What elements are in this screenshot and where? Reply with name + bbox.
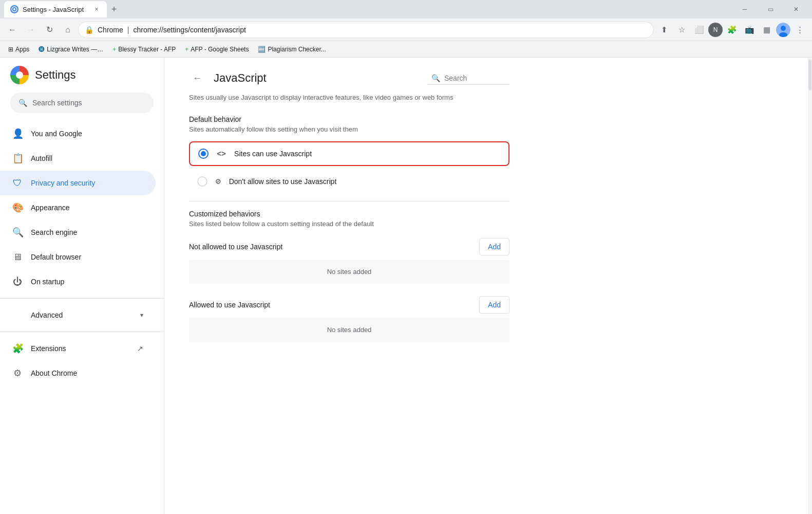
sidebar: Settings 🔍 👤 You and Google 📋 Autofill 🛡… <box>0 58 164 514</box>
bookmark-plagiarism[interactable]: 🔤 Plagiarism Checker... <box>254 43 330 56</box>
you-google-icon: 👤 <box>12 128 23 139</box>
content-search-bar[interactable]: 🔍 <box>427 72 509 85</box>
forward-button[interactable]: → <box>23 22 39 38</box>
sidebar-item-search-engine[interactable]: 🔍 Search engine <box>0 220 156 245</box>
sidebar-search[interactable]: 🔍 <box>10 93 154 113</box>
new-tab-button[interactable]: + <box>107 2 121 16</box>
extensions-btn[interactable]: 🧩 <box>724 22 740 38</box>
minimize-button[interactable]: ─ <box>733 1 757 17</box>
svg-point-3 <box>781 26 786 31</box>
not-allowed-empty: No sites added <box>189 260 509 284</box>
page-description: Sites usually use Javascript to display … <box>189 93 509 103</box>
afp-icon: + <box>185 46 188 53</box>
allowed-empty: No sites added <box>189 318 509 342</box>
profile-btn[interactable] <box>776 23 790 37</box>
bookmark-plagiarism-label: Plagiarism Checker... <box>268 46 326 53</box>
sidebar-item-privacy[interactable]: 🛡 Privacy and security <box>0 171 156 195</box>
bookmark-lizgrace[interactable]: 🅦 Lizgrace Writes —… <box>34 43 107 56</box>
allow-js-label: Sites can use Javascript <box>234 150 312 158</box>
sidebar-item-on-startup[interactable]: ⏻ On startup <box>0 269 156 294</box>
title-bar: Settings - JavaScript × + ─ ▭ ✕ <box>0 0 812 19</box>
sidebar-divider-2 <box>0 332 164 332</box>
not-allowed-add-button[interactable]: Add <box>479 238 509 255</box>
on-startup-icon: ⏻ <box>12 277 23 287</box>
sidebar-item-extensions[interactable]: 🧩 Extensions ↗ <box>0 336 156 361</box>
sidebar-label-about: About Chrome <box>31 369 143 377</box>
sidebar-item-advanced[interactable]: Advanced ▾ <box>0 303 156 327</box>
sidebar-btn[interactable]: ▦ <box>759 22 775 38</box>
search-engine-icon: 🔍 <box>12 227 23 238</box>
home-button[interactable]: ⌂ <box>60 22 76 38</box>
tab-bar: Settings - JavaScript × + <box>4 0 729 19</box>
account-btn[interactable]: N <box>708 23 723 37</box>
not-allowed-section: Not allowed to use Javascript Add No sit… <box>189 238 509 284</box>
settings-header: Settings <box>0 66 164 93</box>
url-text: chrome://settings/content/javascript <box>133 26 246 34</box>
scrollbar[interactable] <box>808 58 812 514</box>
customized-subtitle: Sites listed below follow a custom setti… <box>189 220 509 228</box>
content-search-input[interactable] <box>444 72 505 84</box>
search-input[interactable] <box>32 99 145 107</box>
sidebar-item-about[interactable]: ⚙ About Chrome <box>0 361 156 386</box>
bookmark-blessy-label: Blessy Tracker - AFP <box>118 46 176 53</box>
tab-favicon <box>10 5 18 13</box>
tab-close-btn[interactable]: × <box>92 5 101 13</box>
bookmark-afp-sheets[interactable]: + AFP - Google Sheets <box>181 43 253 56</box>
sidebar-label-default-browser: Default browser <box>31 253 143 261</box>
default-behavior-title: Default behavior <box>189 115 509 123</box>
allowed-add-button[interactable]: Add <box>479 296 509 314</box>
privacy-icon: 🛡 <box>12 178 23 189</box>
reload-button[interactable]: ↻ <box>41 22 58 38</box>
block-javascript-option[interactable]: ⊘ Don't allow sites to use Javascript <box>189 170 509 193</box>
search-icon: 🔍 <box>18 99 27 107</box>
sidebar-label-privacy: Privacy and security <box>31 179 143 187</box>
wp-icon: 🅦 <box>39 46 45 53</box>
sidebar-item-appearance[interactable]: 🎨 Appearance <box>0 195 156 220</box>
section-divider <box>189 201 509 201</box>
bookmark-button[interactable]: ☆ <box>673 22 690 38</box>
sidebar-item-you-google[interactable]: 👤 You and Google <box>0 121 156 146</box>
share-button[interactable]: ⬆ <box>656 22 672 38</box>
default-browser-icon: 🖥 <box>12 252 23 263</box>
svg-point-1 <box>13 8 15 10</box>
site-name: Chrome <box>98 26 123 34</box>
allowed-label: Allowed to use Javascript <box>189 301 270 309</box>
allow-javascript-option[interactable]: <> Sites can use Javascript <box>189 141 509 166</box>
cast-btn[interactable]: 📺 <box>741 22 758 38</box>
sidebar-label-you-google: You and Google <box>31 130 143 138</box>
settings-title: Settings <box>35 68 76 82</box>
sidebar-item-autofill[interactable]: 📋 Autofill <box>0 146 156 171</box>
navigation-bar: ← → ↻ ⌂ 🔒 Chrome | chrome://settings/con… <box>0 19 812 41</box>
allow-js-icon: <> <box>217 149 226 158</box>
not-allowed-label: Not allowed to use Javascript <box>189 243 282 251</box>
desktop-capture-btn[interactable]: ⬜ <box>691 22 707 38</box>
allow-radio-circle <box>198 149 209 159</box>
back-button[interactable]: ← <box>4 22 21 38</box>
url-separator: | <box>127 26 129 34</box>
security-icon: 🔒 <box>85 26 93 34</box>
content-back-button[interactable]: ← <box>189 70 205 86</box>
page-title: JavaScript <box>214 71 419 85</box>
bookmarks-bar: ⊞ Apps 🅦 Lizgrace Writes —… + Blessy Tra… <box>0 41 812 58</box>
extensions-external-icon: ↗ <box>137 344 143 353</box>
appearance-icon: 🎨 <box>12 202 23 213</box>
customized-behaviors-section: Customized behaviors Sites listed below … <box>189 210 509 342</box>
apps-icon: ⊞ <box>8 46 13 53</box>
sidebar-label-appearance: Appearance <box>31 204 143 212</box>
block-js-label: Don't allow sites to use Javascript <box>229 177 337 186</box>
close-button[interactable]: ✕ <box>784 1 808 17</box>
bookmark-apps[interactable]: ⊞ Apps <box>4 43 33 56</box>
sidebar-item-default-browser[interactable]: 🖥 Default browser <box>0 245 156 269</box>
maximize-button[interactable]: ▭ <box>759 1 782 17</box>
active-tab[interactable]: Settings - JavaScript × <box>4 1 107 17</box>
sidebar-label-on-startup: On startup <box>31 278 143 286</box>
extensions-icon: 🧩 <box>12 343 23 354</box>
sidebar-label-autofill: Autofill <box>31 154 143 162</box>
about-icon: ⚙ <box>12 368 23 379</box>
menu-button[interactable]: ⋮ <box>791 22 808 38</box>
address-bar[interactable]: 🔒 Chrome | chrome://settings/content/jav… <box>78 22 654 38</box>
bookmark-blessy[interactable]: + Blessy Tracker - AFP <box>108 43 180 56</box>
advanced-arrow-icon: ▾ <box>140 311 143 319</box>
sidebar-label-advanced: Advanced <box>31 311 132 319</box>
allowed-header: Allowed to use Javascript Add <box>189 296 509 314</box>
